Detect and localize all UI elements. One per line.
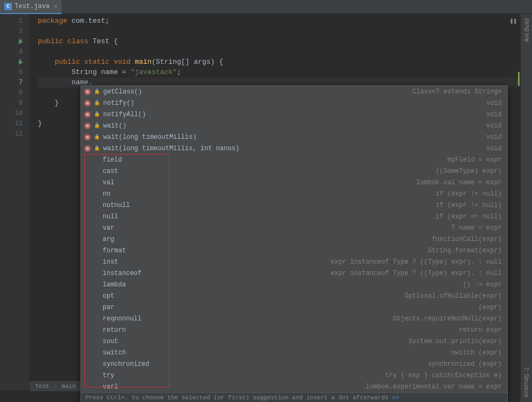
completion-expand: (expr) — [479, 304, 502, 311]
line-6: 6 — [0, 67, 29, 77]
completion-item-template[interactable]: cast((SomeType) expr) — [81, 165, 507, 177]
completion-expand: synchronized (expr) — [428, 360, 502, 368]
change-marker — [518, 72, 520, 86]
line-2: 2 — [0, 26, 29, 36]
breadcrumbs[interactable]: Test › main — [30, 380, 81, 391]
completion-name: sout — [103, 338, 118, 345]
completion-expand: Objects.requireNonNull(expr) — [393, 315, 502, 323]
completion-name: inst — [103, 258, 118, 266]
completion-name: format — [103, 247, 126, 254]
crumb-class[interactable]: Test — [35, 383, 49, 390]
completion-expand: System.out.println(expr) — [408, 338, 502, 345]
completion-item-template[interactable]: instanceofexpr instanceof Type ? ((Type)… — [81, 267, 507, 279]
line-10: 10 — [0, 108, 29, 118]
completion-name: var — [103, 224, 115, 232]
method-icon: m — [84, 111, 91, 118]
completion-name: wait() — [103, 122, 126, 130]
completion-expand: expr instanceof Type ? ((Type) expr). : … — [331, 270, 502, 277]
lock-icon: 🔒 — [94, 111, 100, 117]
method-icon: m — [84, 134, 91, 140]
gutter: 1 2 3 4 5 6 7 8 9 10 11 12 — [0, 14, 30, 390]
method-icon: m — [84, 145, 91, 152]
method-icon: m — [84, 123, 91, 129]
completion-item-template[interactable]: vallombok.val name = expr — [81, 177, 507, 188]
completion-name: notifyAll() — [103, 111, 146, 118]
completion-return-type: void — [486, 122, 502, 130]
completion-name: wait(long timeoutMillis) — [103, 133, 197, 141]
line-3[interactable]: 3 — [0, 36, 29, 46]
completion-return-type: Class<? extends String> — [412, 88, 502, 96]
completion-return-type: void — [486, 111, 502, 118]
completion-item-method[interactable]: m🔒getClass()Class<? extends String> — [81, 86, 507, 97]
completion-expand: () -> expr — [463, 281, 502, 289]
completion-expand: switch (expr) — [451, 349, 502, 357]
completion-name: val — [103, 179, 115, 186]
completion-item-method[interactable]: m🔒notify()void — [81, 97, 507, 109]
completion-item-template[interactable]: varllombok.experimental.var name = expr — [81, 381, 507, 392]
completion-name: null — [103, 213, 118, 220]
tab-label: Test.java — [15, 3, 50, 10]
lock-icon: 🔒 — [94, 100, 100, 106]
completion-name: opt — [103, 292, 115, 300]
completion-help-link[interactable]: >> — [392, 394, 399, 401]
method-icon: m — [84, 100, 91, 106]
method-icon: m — [84, 89, 91, 95]
completion-return-type: void — [486, 99, 502, 107]
completion-status: Press Ctrl+. to choose the selected (or … — [81, 392, 507, 402]
columns-icon: ❚❚ — [510, 17, 517, 24]
completion-item-template[interactable]: fieldmyField = expr — [81, 154, 507, 165]
completion-item-template[interactable]: formatString.format(expr) — [81, 245, 507, 256]
completion-item-template[interactable]: reqnonnullObjects.requireNonNull(expr) — [81, 313, 507, 324]
tab-bar: C Test.java ✕ — [0, 0, 532, 14]
completion-item-template[interactable]: synchronizedsynchronized (expr) — [81, 358, 507, 370]
structure-tab[interactable]: 7: Structure — [523, 367, 530, 398]
completion-item-template[interactable]: notnullif (expr != null) — [81, 199, 507, 211]
completion-item-template[interactable]: trytry { exp } catch(Exception e) — [81, 370, 507, 381]
completion-name: wait(long timeoutMillis, int nanos) — [103, 145, 239, 152]
line-7: 7 — [0, 77, 29, 88]
lock-icon: 🔒 — [94, 123, 100, 129]
editor-tab-test-java[interactable]: C Test.java ✕ — [0, 0, 62, 14]
completion-item-template[interactable]: optOptional.ofNullable(expr) — [81, 290, 507, 302]
line-1: 1 — [0, 16, 29, 26]
completion-expand: return expr — [459, 326, 502, 334]
crumb-method[interactable]: main — [62, 383, 76, 390]
chevron-right-icon: › — [53, 383, 57, 390]
completion-name: lambda — [103, 281, 126, 289]
java-class-icon: C — [4, 3, 12, 10]
completion-item-method[interactable]: m🔒wait()void — [81, 120, 507, 131]
line-8: 8 — [0, 88, 29, 98]
ant-build-tab[interactable]: Ant Build — [523, 18, 530, 42]
lock-icon: 🔒 — [94, 134, 100, 140]
completion-name: par — [103, 304, 115, 311]
run-icon[interactable] — [19, 59, 23, 65]
completion-item-method[interactable]: m🔒notifyAll()void — [81, 109, 507, 120]
completion-popup[interactable]: m🔒getClass()Class<? extends String>m🔒not… — [80, 85, 508, 402]
completion-item-template[interactable]: nnif (expr != null) — [81, 188, 507, 199]
completion-name: return — [103, 326, 126, 334]
completion-name: cast — [103, 168, 118, 175]
lock-icon: 🔒 — [94, 145, 100, 151]
completion-name: synchronized — [103, 360, 149, 368]
completion-name: arg — [103, 236, 115, 243]
right-tool-bar: Ant Build 7: Structure — [520, 14, 532, 402]
completion-name: nn — [103, 190, 110, 198]
completion-item-template[interactable]: instexpr instanceof Type ? ((Type) expr)… — [81, 256, 507, 267]
completion-item-template[interactable]: returnreturn expr — [81, 324, 507, 336]
completion-item-template[interactable]: lambda() -> expr — [81, 279, 507, 290]
close-icon[interactable]: ✕ — [54, 3, 58, 10]
completion-item-template[interactable]: soutSystem.out.println(expr) — [81, 336, 507, 347]
run-icon[interactable] — [19, 39, 23, 44]
completion-expand: if (expr != null) — [436, 190, 502, 198]
completion-item-template[interactable]: nullif (expr == null) — [81, 211, 507, 222]
completion-expand: try { exp } catch(Exception e) — [385, 372, 502, 379]
completion-item-template[interactable]: argfunctionCall(expr) — [81, 233, 507, 245]
line-5[interactable]: 5 — [0, 57, 29, 67]
completion-item-template[interactable]: varT name = expr — [81, 222, 507, 233]
completion-item-template[interactable]: switchswitch (expr) — [81, 347, 507, 358]
completion-item-method[interactable]: m🔒wait(long timeoutMillis, int nanos)voi… — [81, 143, 507, 154]
completion-item-template[interactable]: par(expr) — [81, 302, 507, 313]
completion-expand: lombok.experimental.var name = expr — [366, 383, 502, 391]
completion-item-method[interactable]: m🔒wait(long timeoutMillis)void — [81, 131, 507, 143]
completion-name: field — [103, 156, 122, 164]
